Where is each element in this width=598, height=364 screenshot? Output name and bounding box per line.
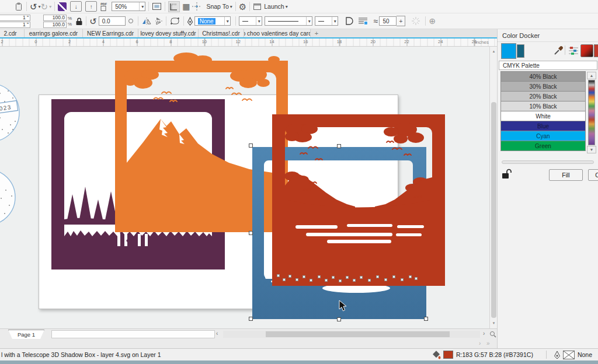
rotation-angle-field[interactable]: 0.0 (99, 16, 126, 26)
current-fill-swatch[interactable] (501, 43, 516, 59)
zoom-level-select[interactable]: 50%▾ (112, 2, 145, 11)
selection-handle[interactable] (424, 317, 428, 321)
palette-swatch[interactable]: Cyan (500, 131, 586, 141)
palette-swatch[interactable]: 40% Black (500, 71, 586, 82)
scroll-left-icon[interactable]: ‹ (216, 330, 218, 337)
curve-node[interactable] (339, 279, 342, 282)
last-page-icon[interactable]: » (486, 340, 490, 346)
mirror-horizontal-icon[interactable] (141, 17, 152, 25)
curve-node[interactable] (295, 278, 298, 281)
smoothing-stepper[interactable]: + (397, 16, 405, 26)
fill-button[interactable]: Fill (549, 169, 583, 181)
palette-scroll-down-icon[interactable]: ▼ (587, 146, 596, 153)
color-palette-grid-icon[interactable] (594, 44, 598, 57)
curve-node[interactable] (384, 278, 387, 281)
options-gear-icon[interactable]: ⚙ (239, 2, 246, 11)
current-outline-swatch[interactable] (517, 44, 524, 58)
object-width-field[interactable]: 1 " (0, 15, 30, 21)
color-sliders-icon[interactable] (568, 46, 579, 56)
zoom-magnifier-icon[interactable] (489, 331, 496, 338)
palette-horizontal-scrollbar[interactable] (502, 160, 594, 164)
palette-swatch[interactable]: White (500, 111, 586, 121)
undo-button[interactable]: ↺▾ (30, 2, 41, 11)
scroll-right-icon[interactable]: › (483, 330, 485, 337)
horizontal-ruler[interactable]: inches 202468101214161820222426 (0, 38, 497, 47)
curve-node[interactable] (332, 276, 335, 279)
guidelines-toggle-icon[interactable] (192, 2, 201, 10)
launch-dropdown[interactable]: Launch▾ (253, 3, 287, 10)
vertical-scrollbar[interactable]: ▴ ▾ (489, 47, 497, 328)
horizontal-scrollbar[interactable] (223, 331, 480, 338)
horizontal-scroll-thumb[interactable] (266, 331, 450, 337)
lock-ratio-icon[interactable] (75, 17, 83, 26)
import-button[interactable]: ↓ (70, 1, 82, 12)
palette-swatch[interactable]: 20% Black (500, 91, 586, 102)
outline-none-swatch[interactable] (563, 351, 575, 359)
curve-node[interactable] (415, 277, 418, 280)
outline-button[interactable]: Outline (588, 169, 598, 181)
snap-to-dropdown[interactable]: Snap To▾ (206, 3, 232, 10)
palette-swatch[interactable]: 30% Black (500, 81, 586, 92)
color-viewer-icon[interactable] (580, 44, 593, 57)
curve-node[interactable] (310, 279, 312, 282)
fullscreen-preview-icon[interactable] (152, 2, 162, 10)
document-tab-0[interactable]: 2.cdr (0, 29, 25, 37)
new-document-tab[interactable]: + (311, 29, 322, 37)
mirror-vertical-icon[interactable] (155, 17, 163, 25)
selection-handle[interactable] (249, 144, 253, 148)
curve-node[interactable] (368, 279, 371, 282)
ornament-wireframes[interactable]: 2023 (0, 76, 36, 235)
curve-node[interactable] (303, 275, 305, 278)
curve-node[interactable] (360, 276, 363, 279)
curve-node[interactable] (277, 274, 280, 277)
document-tab-1[interactable]: earrings galore.cdr (25, 29, 83, 37)
round-corners-icon[interactable] (169, 16, 180, 26)
next-page-icon[interactable]: › (479, 340, 481, 346)
document-tab-4[interactable]: Christmas!.cdr (199, 29, 244, 37)
page-tab[interactable]: Page 1 (8, 330, 44, 339)
object-height-field[interactable]: 1 " (0, 22, 30, 28)
grid-toggle-icon[interactable]: ▦ (182, 2, 190, 10)
selection-handle[interactable] (337, 317, 341, 321)
palette-selector[interactable]: CMYK Palette (499, 61, 597, 70)
palette-scrollbar[interactable]: ▲ ▼ (587, 72, 596, 153)
eyedropper-icon[interactable] (553, 46, 564, 56)
curve-node[interactable] (318, 275, 321, 278)
add-preset-icon[interactable]: ⊕ (429, 17, 436, 25)
line-end-select[interactable]: ▾ (315, 16, 338, 26)
rulers-toggle-icon[interactable] (168, 1, 180, 12)
palette-swatch[interactable]: Green (500, 141, 586, 151)
selection-handle[interactable] (249, 231, 253, 235)
vertical-scroll-thumb[interactable] (491, 102, 496, 318)
palette-swatch[interactable]: 10% Black (500, 101, 586, 111)
curve-node[interactable] (283, 278, 286, 281)
document-tab-5[interactable]: choo choo valentines day card.cdr (244, 29, 311, 37)
palette-swatch[interactable]: Blue (500, 121, 586, 131)
curve-node[interactable] (409, 275, 412, 278)
redo-button[interactable]: ↻▾ (41, 2, 52, 11)
curve-node[interactable] (376, 275, 379, 278)
selection-handle[interactable] (337, 144, 341, 148)
curve-node[interactable] (401, 278, 404, 281)
line-start-select[interactable]: ▾ (239, 16, 262, 26)
palette-scroll-up-icon[interactable]: ▲ (587, 72, 596, 79)
curve-node[interactable] (346, 276, 349, 279)
drawing-canvas[interactable]: 2023 (0, 47, 489, 328)
selection-handle[interactable] (249, 317, 253, 321)
close-curve-icon[interactable] (344, 16, 353, 26)
fill-color-swatch[interactable] (443, 351, 453, 359)
barcode-icon[interactable] (58, 2, 67, 11)
curve-node[interactable] (325, 279, 328, 282)
document-tab-2[interactable]: NEW Earrings.cdr (83, 29, 138, 37)
scale-y-field[interactable]: 100.0 (43, 22, 67, 28)
rust-polaroid-frame[interactable] (272, 114, 445, 286)
paste-icon[interactable] (14, 2, 23, 11)
curve-node[interactable] (288, 275, 291, 278)
outline-width-select[interactable]: None ▾ (194, 16, 231, 26)
curve-node[interactable] (392, 275, 395, 278)
publish-pdf-icon[interactable]: PDF (100, 2, 107, 11)
scale-x-field[interactable]: 100.0 (43, 15, 67, 21)
unlock-icon[interactable] (502, 168, 512, 180)
curve-node[interactable] (353, 279, 356, 282)
smoothing-field[interactable]: 50 (379, 16, 397, 26)
